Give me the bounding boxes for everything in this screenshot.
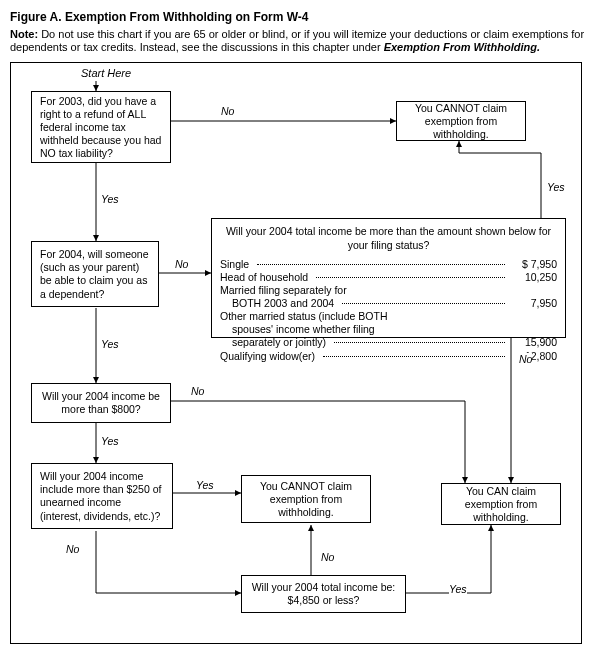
question-income-threshold: Will your 2004 total income be more than… — [211, 218, 566, 338]
cannot-top-text: You CANNOT claim exemption from withhold… — [405, 102, 517, 141]
income-row-mfs: Married filing separately for — [220, 284, 557, 297]
q1-text: For 2003, did you have a right to a refu… — [40, 95, 162, 161]
figure-note: Note: Do not use this chart if you are 6… — [10, 28, 585, 54]
label-yes-income: Yes — [547, 181, 565, 193]
income-row-other: Other married status (include BOTH — [220, 310, 557, 323]
figure-title-text: Exemption From Withholding on Form W-4 — [65, 10, 309, 24]
income-row-other3: separately or jointly)15,900 — [220, 336, 557, 349]
label-yes-2: Yes — [101, 338, 119, 350]
note-emphasis: Exemption From Withholding. — [384, 41, 540, 53]
income-row-single: Single$ 7,950 — [220, 258, 557, 271]
q4-text: Will your 2004 income include more than … — [40, 470, 164, 523]
label-no-4: No — [66, 543, 79, 555]
question-income-800: Will your 2004 income be more than $800? — [31, 383, 171, 423]
income-row-hoh: Head of household10,250 — [220, 271, 557, 284]
result-cannot-claim-mid: You CANNOT claim exemption from withhold… — [241, 475, 371, 523]
label-no-3: No — [191, 385, 204, 397]
start-here-label: Start Here — [81, 67, 131, 79]
income-row-other2: spouses' income whether filing — [220, 323, 557, 336]
q5-text: Will your 2004 total income be: $4,850 o… — [250, 581, 397, 607]
label-yes-3: Yes — [101, 435, 119, 447]
flowchart-frame: Start Here For 2003, did you have a righ… — [10, 62, 582, 644]
result-can-claim: You CAN claim exemption from withholding… — [441, 483, 561, 525]
question-dependent: For 2004, will someone (such as your par… — [31, 241, 159, 307]
label-no-1: No — [221, 105, 234, 117]
can-text: You CAN claim exemption from withholding… — [450, 485, 552, 524]
figure-label: Figure A. — [10, 10, 62, 24]
income-table: Will your 2004 total income be more than… — [220, 225, 557, 362]
label-no-2: No — [175, 258, 188, 270]
result-cannot-claim-top: You CANNOT claim exemption from withhold… — [396, 101, 526, 141]
question-unearned-income: Will your 2004 income include more than … — [31, 463, 173, 529]
question-refund-2003: For 2003, did you have a right to a refu… — [31, 91, 171, 163]
note-prefix: Note: — [10, 28, 38, 40]
label-yes-5: Yes — [449, 583, 467, 595]
figure-title: Figure A. Exemption From Withholding on … — [10, 10, 585, 24]
label-yes-1: Yes — [101, 193, 119, 205]
income-row-qw: Qualifying widow(er)12,800 — [220, 350, 557, 363]
income-row-mfs2: BOTH 2003 and 20047,950 — [220, 297, 557, 310]
q2-text: For 2004, will someone (such as your par… — [40, 248, 150, 301]
label-no-income: No — [519, 353, 532, 365]
label-yes-4: Yes — [196, 479, 214, 491]
question-income-4850: Will your 2004 total income be: $4,850 o… — [241, 575, 406, 613]
income-q-text: Will your 2004 total income be more than… — [220, 225, 557, 251]
cannot-mid-text: You CANNOT claim exemption from withhold… — [250, 480, 362, 519]
q3-text: Will your 2004 income be more than $800? — [40, 390, 162, 416]
label-no-5: No — [321, 551, 334, 563]
